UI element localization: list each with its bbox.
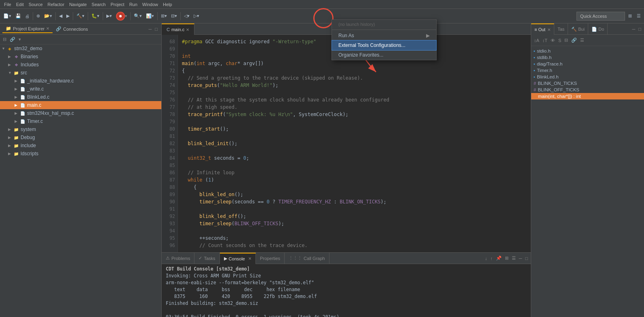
console-maximize-btn[interactable]: □: [524, 255, 529, 261]
tree-item-stm32hal[interactable]: ▶ 📄 stm32f4xx_hal_msp.c: [0, 109, 161, 117]
outline-item-blinkledh[interactable]: ▪ BlinkLed.h: [531, 74, 644, 80]
menu-project[interactable]: Project: [108, 2, 127, 7]
outline-item-trace[interactable]: ▪ diag/Trace.h: [531, 61, 644, 67]
back-nav-button[interactable]: ◁▾: [182, 11, 191, 21]
tab-connections[interactable]: 🔗 Connections: [53, 25, 91, 33]
tab-outline[interactable]: ≡ Out ✕: [531, 23, 554, 35]
tree-item-debug[interactable]: ▶ 📁 Debug: [0, 133, 161, 142]
arrow-main: ▶: [15, 103, 19, 107]
code-editor[interactable]: #pragma GCC diagnostic ignored "-Wreturn…: [178, 35, 531, 252]
display-selected-btn[interactable]: ☰: [511, 255, 517, 261]
tree-item-binaries[interactable]: ▶ ❖ Binaries: [0, 53, 161, 61]
tab-console[interactable]: ▶ Console ✕: [220, 253, 256, 264]
tree-item-system[interactable]: ▶ 📁 system: [0, 125, 161, 133]
menu-search[interactable]: Search: [89, 2, 108, 7]
debug-button[interactable]: 🐛▾: [90, 11, 101, 21]
tab-tasks[interactable]: ✓ Tasks: [194, 253, 220, 264]
menu-window[interactable]: Window: [140, 2, 160, 7]
run-last-button[interactable]: ▶▾: [105, 11, 114, 21]
right-minimize-btn[interactable]: ─: [631, 26, 637, 32]
menu-help[interactable]: Help: [160, 2, 175, 7]
open-perspective-btn[interactable]: ⊞: [627, 11, 633, 21]
blink-off-label: BLINK_OFF_TICKS: [538, 87, 579, 92]
coverage-button[interactable]: 🔍▾: [132, 11, 144, 21]
console-minimize-btn[interactable]: ─: [518, 255, 524, 261]
menu-refactor[interactable]: Refactor: [45, 2, 67, 7]
outline-item-main-fn[interactable]: ● main(int, char*[]) : int: [531, 93, 644, 99]
tree-item-src[interactable]: ▼ 📁 src: [0, 69, 161, 77]
pe-close-icon[interactable]: ✕: [46, 26, 49, 31]
sort-type-btn[interactable]: ↕T: [541, 38, 549, 43]
profile-button[interactable]: 📊▾: [144, 11, 156, 21]
menu-file[interactable]: File: [2, 2, 14, 7]
open-resource-button[interactable]: 📂▾: [42, 11, 54, 21]
outline-item-timerh[interactable]: ▪ Timer.h: [531, 67, 644, 74]
tab-project-explorer[interactable]: 📁 Project Explorer ✕: [2, 25, 53, 33]
window-button[interactable]: ⊞▾: [159, 11, 169, 21]
new-console-btn[interactable]: ⊞: [504, 255, 510, 261]
run-button[interactable]: ▾: [114, 11, 129, 21]
tab-build-right[interactable]: 🔨 Bui: [568, 23, 588, 35]
tree-item-includes[interactable]: ▶ ❖ Includes: [0, 61, 161, 69]
dropdown-run-as[interactable]: Run As ▶: [332, 31, 436, 40]
ldscripts-icon: 📁: [13, 150, 19, 157]
link-editor-right-btn[interactable]: 🔗: [570, 37, 578, 43]
tab-doc-right[interactable]: 📄 Do: [588, 23, 608, 35]
outline-item-blink-on[interactable]: # BLINK_ON_TICKS: [531, 80, 644, 87]
build-button[interactable]: 🔨▾: [75, 11, 86, 21]
dropdown-external-tools[interactable]: External Tools Configurations...: [332, 40, 436, 50]
scroll-down-btn[interactable]: ↓: [484, 255, 489, 261]
collapse-all-right-btn[interactable]: ⊟: [563, 37, 569, 43]
hide-static-btn[interactable]: S: [557, 38, 562, 43]
tree-view-menu-btn[interactable]: ▾: [17, 36, 22, 42]
menu-run[interactable]: Run: [127, 2, 140, 7]
maximize-left-button[interactable]: □: [154, 26, 159, 32]
print-button[interactable]: 🖨: [23, 11, 31, 21]
menu-edit[interactable]: Edit: [14, 2, 26, 7]
tab-tasks-right[interactable]: Tas: [554, 23, 568, 35]
next-edit-button[interactable]: ▶: [65, 11, 71, 21]
collapse-all-btn[interactable]: ⊟: [2, 36, 8, 42]
perspective-list-btn[interactable]: ☰: [635, 11, 642, 21]
tree-item-blinkled[interactable]: ▶ 📄 BlinkLed.c: [0, 93, 161, 101]
main-c-close[interactable]: ✕: [186, 27, 189, 32]
tab-callgraph[interactable]: ⋮⋮⋮ Call Graph: [285, 253, 329, 264]
new-button[interactable]: 📄▾: [2, 11, 13, 21]
pin-console-btn[interactable]: 📌: [495, 255, 503, 261]
tree-item-timer[interactable]: ▶ 📄 Timer.c: [0, 117, 161, 125]
menu-source[interactable]: Source: [26, 2, 45, 7]
menu-navigate[interactable]: Navigate: [67, 2, 89, 7]
minimize-left-button[interactable]: ─: [148, 26, 153, 32]
save-button[interactable]: 💾: [14, 11, 23, 21]
tab-main-c[interactable]: C main.c ✕: [162, 23, 194, 35]
forward-nav-button[interactable]: ▷▾: [192, 11, 201, 21]
tree-item-initialize-hardware[interactable]: ▶ 📄 _initialize_hardware.c: [0, 77, 161, 85]
tree-item-stm32demo[interactable]: ▼ ◈ stm32_demo: [0, 44, 161, 53]
hide-fields-btn[interactable]: 👁: [549, 38, 556, 43]
outline-item-blink-off[interactable]: # BLINK_OFF_TICKS: [531, 87, 644, 93]
dropdown-organize-favorites[interactable]: Organize Favorites...: [332, 50, 436, 60]
console-close-icon[interactable]: ✕: [248, 256, 251, 261]
outline-close[interactable]: ✕: [547, 27, 551, 32]
open-type-button[interactable]: ⊕: [35, 11, 42, 21]
right-maximize-btn[interactable]: □: [637, 26, 642, 32]
prev-edit-button[interactable]: ◀: [57, 11, 64, 21]
tree-item-main[interactable]: ▶ 📄 main.c: [0, 101, 161, 109]
outline-item-stdio[interactable]: ▪ stdio.h: [531, 48, 644, 54]
write-icon: 📄: [19, 86, 26, 92]
main-fn-icon: ●: [534, 94, 536, 99]
outline-item-stdlib[interactable]: ▪ stdlib.h: [531, 54, 644, 61]
sort-alpha-btn[interactable]: ↕A: [533, 38, 541, 43]
blink-on-icon: #: [534, 81, 536, 86]
console-line-2: arm-none-eabi-size --format=berkeley "st…: [166, 279, 527, 286]
quick-access-input[interactable]: Quick Access: [576, 12, 625, 21]
tree-item-ldscripts[interactable]: ▶ 📁 ldscripts: [0, 150, 161, 158]
link-editor-btn[interactable]: 🔗: [8, 36, 17, 42]
scroll-up-btn[interactable]: ↑: [489, 255, 494, 261]
tree-item-include[interactable]: ▶ 📁 include: [0, 142, 161, 150]
perspective-button[interactable]: ⊟▾: [169, 11, 179, 21]
tab-properties[interactable]: Properties: [256, 253, 285, 264]
tree-item-write[interactable]: ▶ 📄 _write.c: [0, 85, 161, 93]
tab-problems[interactable]: ⚠ Problems: [162, 253, 194, 264]
right-view-menu-btn[interactable]: ☰: [579, 37, 585, 43]
